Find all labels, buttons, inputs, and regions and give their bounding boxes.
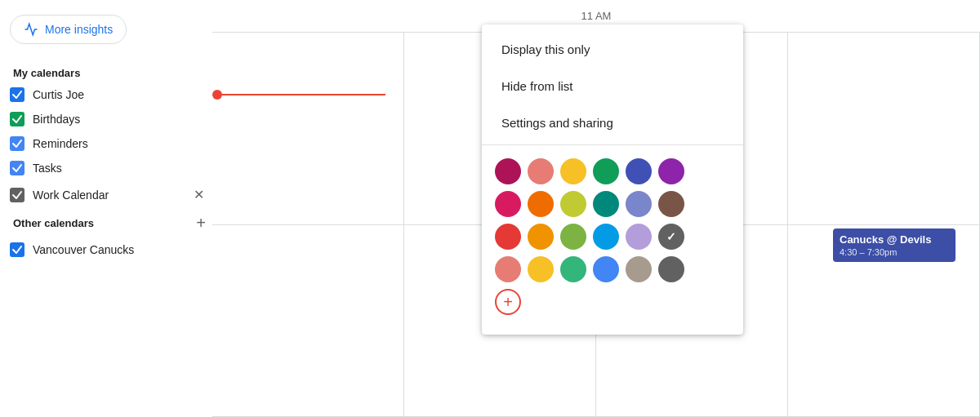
- color-avocado[interactable]: [560, 224, 586, 250]
- color-tangerine-2[interactable]: [528, 191, 554, 217]
- color-sage[interactable]: [593, 158, 619, 184]
- other-calendars-label: Other calendars: [13, 217, 189, 229]
- time-label: 11 AM: [581, 10, 612, 22]
- color-row-1: [495, 158, 730, 184]
- color-palette: +: [482, 149, 743, 328]
- other-calendars-section: Other calendars +: [0, 209, 212, 237]
- color-row-2: [495, 191, 730, 217]
- color-graphite-2[interactable]: [658, 224, 684, 250]
- calendar-checkbox-work-calendar: [10, 188, 24, 202]
- calendar-item-reminders[interactable]: Reminders: [0, 131, 212, 156]
- insights-icon: [24, 22, 38, 37]
- color-tomato[interactable]: [495, 158, 521, 184]
- color-mango[interactable]: [528, 224, 554, 250]
- menu-item-hide-from-list[interactable]: Hide from list: [482, 68, 743, 104]
- color-wisteria[interactable]: [626, 256, 652, 282]
- check-icon: [11, 189, 23, 201]
- calendar-item-birthdays[interactable]: Birthdays: [0, 107, 212, 131]
- color-lavender-2[interactable]: [626, 224, 652, 250]
- color-blueberry[interactable]: [593, 256, 619, 282]
- color-flamingo-2[interactable]: [495, 256, 521, 282]
- color-banana[interactable]: [560, 158, 586, 184]
- calendar-name-tasks: Tasks: [33, 162, 206, 175]
- color-basil[interactable]: [560, 191, 586, 217]
- color-graphite[interactable]: [658, 191, 684, 217]
- calendar-item-work-calendar[interactable]: Work Calendar ✕: [0, 180, 212, 209]
- check-icon: [11, 113, 23, 125]
- menu-item-display-this-only[interactable]: Display this only: [482, 31, 743, 68]
- calendar-checkbox-vancouver-canucks: [10, 242, 24, 257]
- color-tangerine[interactable]: [495, 191, 521, 217]
- calendar-item-tasks[interactable]: Tasks: [0, 156, 212, 180]
- color-peacock[interactable]: [626, 158, 652, 184]
- color-row-custom: +: [495, 289, 730, 315]
- main-calendar-area: 11 AM Canucks @ Devils 4:30 – 7:30pm Dis…: [212, 0, 980, 417]
- calendar-name-reminders: Reminders: [33, 137, 206, 150]
- more-insights-button[interactable]: More insights: [10, 15, 127, 44]
- color-eucalyptus[interactable]: [593, 191, 619, 217]
- event-time: 4:30 – 7:30pm: [840, 247, 949, 257]
- color-grape[interactable]: [658, 158, 684, 184]
- color-tomato-2[interactable]: [495, 224, 521, 250]
- my-calendars-label: My calendars: [0, 60, 212, 82]
- event-title: Canucks @ Devils: [840, 233, 949, 246]
- grid-cell-1: [212, 33, 404, 225]
- color-sage-2[interactable]: [560, 256, 586, 282]
- check-icon: [11, 244, 23, 255]
- calendar-name-work-calendar: Work Calendar: [33, 189, 184, 202]
- check-icon: [11, 89, 23, 100]
- event-card-canucks[interactable]: Canucks @ Devils 4:30 – 7:30pm: [833, 228, 956, 262]
- color-citrus[interactable]: [593, 224, 619, 250]
- menu-item-settings-and-sharing[interactable]: Settings and sharing: [482, 104, 743, 141]
- color-flamingo[interactable]: [528, 158, 554, 184]
- check-icon: [11, 162, 23, 174]
- color-lavender[interactable]: [626, 191, 652, 217]
- grid-cell-5: [212, 225, 404, 418]
- calendar-item-curtis-joe[interactable]: Curtis Joe: [0, 82, 212, 107]
- add-other-calendar-icon[interactable]: +: [196, 214, 206, 233]
- menu-divider: [482, 144, 743, 145]
- calendar-checkbox-tasks: [10, 161, 24, 175]
- calendar-item-vancouver-canucks[interactable]: Vancouver Canucks: [0, 237, 212, 262]
- add-custom-color-button[interactable]: +: [495, 289, 521, 315]
- calendar-name-curtis-joe: Curtis Joe: [33, 88, 206, 101]
- context-menu: Display this only Hide from list Setting…: [482, 24, 743, 335]
- calendar-checkbox-reminders: [10, 136, 24, 151]
- color-graphite-3[interactable]: [658, 256, 684, 282]
- calendar-name-vancouver-canucks: Vancouver Canucks: [33, 243, 206, 256]
- sidebar: More insights My calendars Curtis Joe Bi…: [0, 0, 212, 417]
- color-row-4: [495, 256, 730, 282]
- calendar-name-birthdays: Birthdays: [33, 113, 206, 126]
- more-insights-label: More insights: [45, 23, 113, 36]
- grid-cell-4: [788, 33, 980, 225]
- color-row-3: [495, 224, 730, 250]
- calendar-checkbox-curtis-joe: [10, 87, 24, 102]
- close-icon[interactable]: ✕: [192, 185, 206, 204]
- calendar-checkbox-birthdays: [10, 112, 24, 126]
- check-icon: [11, 138, 23, 149]
- color-banana-2[interactable]: [528, 256, 554, 282]
